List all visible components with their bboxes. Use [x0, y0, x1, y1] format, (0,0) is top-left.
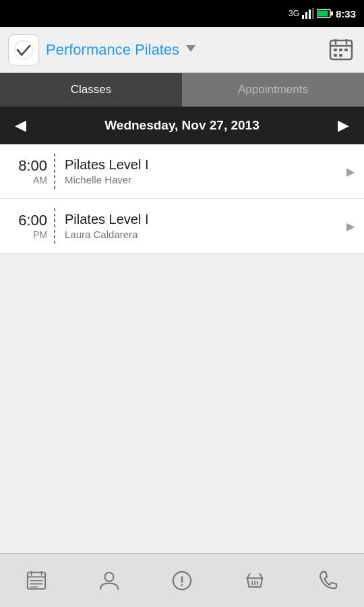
- current-date-label: Wednesday, Nov 27, 2013: [104, 118, 260, 133]
- svg-rect-6: [331, 11, 333, 16]
- svg-point-25: [104, 572, 113, 581]
- calendar-view-button[interactable]: [326, 35, 356, 65]
- svg-rect-16: [334, 54, 337, 57]
- time-hour-1: 8:00: [18, 157, 47, 175]
- svg-rect-5: [317, 11, 328, 17]
- time-divider-2: [54, 208, 55, 243]
- time-display: 8:33: [336, 8, 356, 20]
- svg-rect-3: [312, 8, 314, 19]
- app-logo: [8, 34, 39, 65]
- tab-appointments[interactable]: Appointments: [182, 73, 364, 107]
- table-row[interactable]: 8:00 AM Pilates Level I Michelle Haver ▶: [0, 144, 364, 199]
- class-time-1: 8:00 AM: [0, 157, 54, 185]
- svg-rect-15: [344, 49, 348, 51]
- svg-rect-1: [305, 12, 307, 19]
- bottom-navigation: [0, 553, 364, 607]
- date-navigation: ◀ Wednesday, Nov 27, 2013 ▶: [0, 107, 364, 144]
- class-time-2: 6:00 PM: [0, 212, 54, 240]
- basket-icon: [245, 571, 265, 591]
- exclamation-icon: [172, 571, 192, 591]
- svg-rect-0: [302, 15, 304, 19]
- svg-rect-14: [339, 49, 342, 51]
- header-left: Performance Pilates: [8, 34, 195, 65]
- dropdown-arrow-icon: [186, 45, 195, 55]
- time-divider-1: [54, 154, 55, 189]
- tabs-bar: Classes Appointments: [0, 73, 364, 107]
- phone-icon: [317, 571, 338, 591]
- nav-profile[interactable]: [73, 571, 146, 591]
- time-ampm-1: AM: [33, 175, 47, 185]
- nav-store[interactable]: [218, 571, 291, 591]
- status-bar: 3G 8:33: [0, 0, 364, 27]
- time-hour-2: 6:00: [18, 212, 47, 229]
- class-name-2: Pilates Level I: [65, 212, 337, 227]
- svg-marker-8: [186, 45, 195, 52]
- class-info-2: Pilates Level I Laura Caldarera: [65, 212, 337, 240]
- svg-rect-17: [339, 54, 342, 57]
- person-icon: [99, 571, 119, 591]
- svg-rect-13: [334, 49, 337, 51]
- app-header: Performance Pilates: [0, 27, 364, 73]
- nav-phone[interactable]: [291, 571, 364, 591]
- class-name-1: Pilates Level I: [65, 157, 337, 173]
- signal-icon: [302, 8, 314, 19]
- calendar-icon: [329, 38, 353, 62]
- app-title: Performance Pilates: [46, 41, 179, 59]
- status-icons: 3G 8:33: [289, 8, 356, 20]
- svg-rect-2: [309, 9, 311, 19]
- header-right[interactable]: [326, 35, 356, 65]
- class-chevron-1: ▶: [337, 165, 364, 178]
- network-label: 3G: [289, 9, 299, 18]
- class-list: 8:00 AM Pilates Level I Michelle Haver ▶…: [0, 144, 364, 254]
- prev-date-button[interactable]: ◀: [7, 111, 34, 140]
- nav-schedule[interactable]: [0, 571, 73, 591]
- time-ampm-2: PM: [33, 229, 47, 240]
- class-instructor-2: Laura Caldarera: [65, 229, 337, 240]
- battery-icon: [317, 8, 333, 19]
- calendar-list-icon: [26, 571, 47, 591]
- class-info-1: Pilates Level I Michelle Haver: [65, 157, 337, 185]
- table-row[interactable]: 6:00 PM Pilates Level I Laura Caldarera …: [0, 199, 364, 254]
- nav-info[interactable]: [146, 571, 218, 591]
- svg-point-28: [181, 584, 183, 586]
- logo-checkmark-icon: [13, 40, 34, 60]
- next-date-button[interactable]: ▶: [330, 111, 357, 140]
- class-chevron-2: ▶: [337, 220, 364, 233]
- tab-classes[interactable]: Classes: [0, 73, 182, 107]
- class-instructor-1: Michelle Haver: [65, 174, 337, 185]
